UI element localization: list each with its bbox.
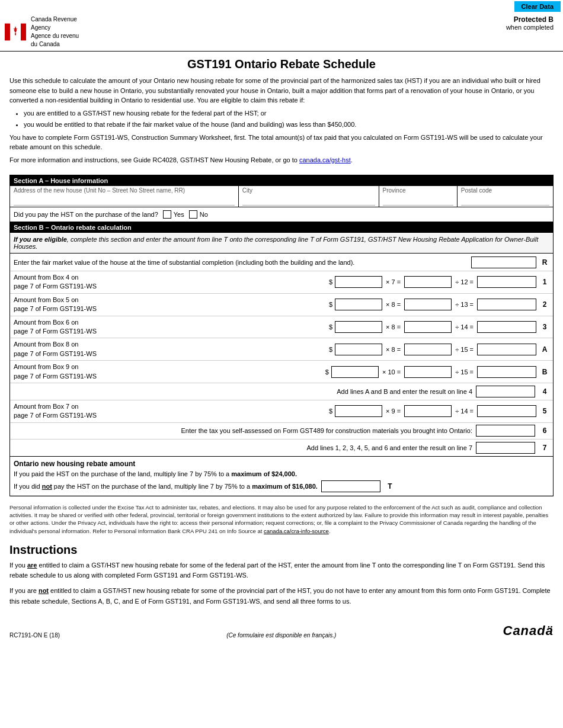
row6-result[interactable]	[477, 405, 536, 417]
ontario-t-row: If you did not pay the HST on the purcha…	[14, 480, 549, 492]
address-city-cell: City	[239, 186, 379, 207]
address-postal-input[interactable]	[461, 194, 549, 206]
row4-calc: $ × 8 = ÷ 15 = A	[327, 342, 553, 357]
row6-input2[interactable]	[404, 405, 452, 417]
page-title: GST191 Ontario Rebate Schedule	[0, 52, 563, 76]
row2-result[interactable]	[477, 299, 536, 310]
row3-calc: $ × 8 = ÷ 14 = 3	[327, 319, 553, 335]
ontario-section: Ontario new housing rebate amount If you…	[10, 457, 553, 496]
address-street-input[interactable]	[14, 194, 235, 206]
row5-input2[interactable]	[404, 366, 452, 378]
form-row-5: Amount from Box 9 on page 7 of Form GST1…	[10, 361, 553, 383]
add-ab-input[interactable]	[476, 386, 535, 397]
privacy-link[interactable]: canada.ca/cra-info-source	[264, 528, 329, 534]
row4-input1[interactable]	[335, 344, 382, 355]
fair-market-row: Enter the fair market value of the house…	[10, 254, 553, 271]
canada-wordmark: Canadä	[503, 623, 554, 639]
fair-market-right: R	[469, 255, 553, 270]
row6-input1[interactable]	[335, 405, 382, 417]
row5-calc: $ × 10 = ÷ 15 = B	[323, 364, 553, 380]
row1-input2[interactable]	[404, 276, 452, 288]
svg-rect-4	[15, 33, 16, 36]
ontario-t-input[interactable]	[321, 480, 380, 492]
section-a-header: Section A – House information	[10, 175, 553, 186]
top-bar: Clear Data	[0, 0, 563, 13]
add-all-input[interactable]	[476, 442, 535, 454]
svg-rect-2	[21, 24, 26, 41]
address-street-cell: Address of the new house (Unit No – Stre…	[10, 186, 239, 207]
row2-calc: $ × 8 = ÷ 13 = 2	[327, 297, 553, 312]
address-city-input[interactable]	[242, 194, 375, 206]
row5-result[interactable]	[477, 366, 536, 378]
intro-text: Use this schedule to calculate the amoun…	[0, 76, 563, 172]
row4-result[interactable]	[477, 344, 536, 355]
address-province-input[interactable]	[383, 194, 453, 206]
page-header: Canada Revenue Agency Agence du revenu d…	[0, 13, 563, 52]
agency-name: Canada Revenue Agency Agence du revenu d…	[31, 15, 79, 49]
eligible-note: If you are eligible, complete this secti…	[10, 233, 553, 254]
fair-market-input[interactable]	[471, 256, 536, 268]
add-all-row: Add lines 1, 2, 3, 4, 5, and 6 and enter…	[10, 440, 553, 457]
hst-question-row: Did you pay the HST on the purchase of t…	[10, 207, 553, 222]
footer: RC7191-ON E (18) (Ce formulaire est disp…	[0, 616, 563, 643]
yes-checkbox[interactable]	[163, 210, 171, 219]
address-postal-cell: Postal code	[458, 186, 553, 207]
no-checkbox-group: No	[189, 210, 208, 219]
address-province-cell: Province	[379, 186, 458, 207]
no-checkbox[interactable]	[189, 210, 197, 219]
row2-input2[interactable]	[404, 299, 452, 310]
row3-result[interactable]	[477, 321, 536, 333]
section-b-header: Section B – Ontario rebate calculation	[10, 222, 553, 233]
row2-input1[interactable]	[335, 299, 382, 310]
form-row-2: Amount from Box 5 on page 7 of Form GST1…	[10, 294, 553, 316]
row1-input1[interactable]	[335, 276, 382, 288]
canada-flag-icon	[5, 21, 26, 43]
instructions-section: Instructions If you are entitled to clai…	[0, 538, 563, 616]
svg-rect-0	[5, 24, 10, 41]
gst-hst-link[interactable]: canada.ca/gst-hst	[299, 156, 351, 163]
main-form: Section A – House information Address of…	[9, 175, 554, 496]
self-assessed-input[interactable]	[476, 425, 535, 437]
row6-calc: $ × 9 = ÷ 14 = 5	[327, 403, 553, 419]
form-row-6: Amount from Box 7 on page 7 of Form GST1…	[10, 400, 553, 423]
address-row: Address of the new house (Unit No – Stre…	[10, 186, 553, 207]
clear-data-button[interactable]: Clear Data	[514, 1, 561, 12]
privacy-text: Personal information is collected under …	[0, 499, 563, 538]
form-row-3: Amount from Box 6 on page 7 of Form GST1…	[10, 316, 553, 339]
row1-result[interactable]	[477, 276, 536, 288]
yes-checkbox-group: Yes	[163, 210, 184, 219]
row1-calc: $ × 7 = ÷ 12 = 1	[327, 274, 553, 290]
form-row-4: Amount from Box 8 on page 7 of Form GST1…	[10, 338, 553, 361]
logo-area: Canada Revenue Agency Agence du revenu d…	[5, 15, 79, 49]
row4-input2[interactable]	[404, 344, 452, 355]
form-row-1: Amount from Box 4 on page 7 of Form GST1…	[10, 271, 553, 294]
self-assessed-row: Enter the tax you self-assessed on Form …	[10, 423, 553, 440]
row3-input2[interactable]	[404, 321, 452, 333]
row5-input1[interactable]	[331, 366, 379, 378]
row3-input1[interactable]	[335, 321, 382, 333]
add-ab-row: Add lines A and B and enter the result o…	[10, 383, 553, 400]
protected-b-label: Protected B when completed	[506, 15, 554, 31]
